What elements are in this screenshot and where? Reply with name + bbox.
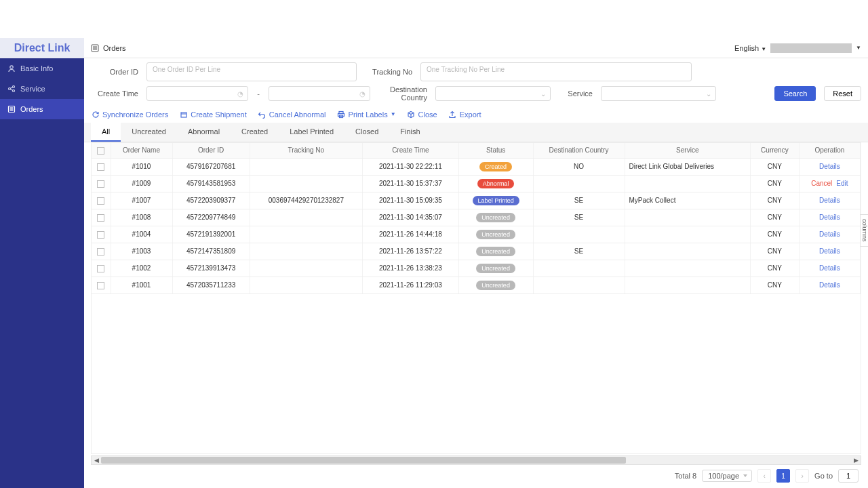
service-cell — [625, 226, 751, 243]
page-size-select[interactable]: 100/page — [702, 470, 752, 482]
checkbox[interactable] — [97, 248, 104, 256]
sidebar-item-basic-info[interactable]: Basic Info — [0, 58, 84, 79]
tracking-no-cell — [250, 209, 362, 226]
print-labels-action[interactable]: Print Labels ▼ — [337, 110, 396, 119]
checkbox[interactable] — [97, 163, 104, 171]
columns-toggle[interactable]: columns — [860, 214, 868, 247]
user-menu[interactable] — [770, 43, 852, 53]
checkbox[interactable] — [97, 231, 104, 239]
tab-uncreated[interactable]: Uncreated — [121, 123, 177, 142]
order-id-label: Order ID — [91, 68, 138, 76]
order-name-cell: #1010 — [111, 158, 172, 175]
checkbox[interactable] — [97, 147, 104, 155]
tab-closed[interactable]: Closed — [344, 123, 389, 142]
service-cell: MyPack Collect — [625, 192, 751, 209]
user-icon — [7, 64, 16, 73]
operation-cell: Details — [799, 243, 860, 260]
table-row: #100945791435819532021-11-30 15:37:37Abn… — [92, 175, 861, 192]
table-row: #100245721399134732021-11-26 13:38:23Unc… — [92, 260, 861, 277]
currency-cell: CNY — [751, 277, 800, 293]
status-badge: Uncreated — [476, 230, 515, 239]
svg-rect-14 — [181, 113, 186, 117]
destination-cell — [533, 260, 625, 277]
checkbox[interactable] — [97, 197, 104, 205]
prev-page[interactable]: ‹ — [757, 469, 771, 483]
tracking-no-cell — [250, 277, 362, 293]
row-checkbox-cell[interactable] — [92, 226, 111, 243]
horizontal-scrollbar[interactable]: ◀ ▶ — [91, 455, 861, 465]
breadcrumb: Orders — [91, 44, 126, 52]
sidebar: Direct Link Basic InfoServiceOrders — [0, 38, 84, 488]
list-icon — [7, 104, 16, 114]
checkbox[interactable] — [97, 214, 104, 222]
cancel-link[interactable]: Cancel — [811, 180, 832, 187]
destination-country-select[interactable]: ⌄ — [435, 86, 551, 101]
sidebar-item-service[interactable]: Service — [0, 79, 84, 99]
details-link[interactable]: Details — [819, 197, 840, 204]
service-cell — [625, 277, 751, 293]
tab-label-printed[interactable]: Label Printed — [279, 123, 344, 142]
reset-button[interactable]: Reset — [824, 86, 861, 101]
select-all-header[interactable] — [92, 143, 111, 158]
tab-finish[interactable]: Finish — [389, 123, 431, 142]
create-time-from[interactable]: ◔ — [146, 86, 248, 101]
details-link[interactable]: Details — [819, 230, 840, 238]
currency-cell: CNY — [751, 192, 800, 209]
service-select[interactable]: ⌄ — [601, 86, 716, 101]
status-cell: Uncreated — [458, 277, 533, 293]
row-checkbox-cell[interactable] — [92, 158, 111, 175]
details-link[interactable]: Details — [819, 214, 840, 221]
edit-link[interactable]: Edit — [836, 180, 848, 187]
checkbox[interactable] — [97, 265, 104, 272]
sidebar-item-label: Basic Info — [20, 64, 53, 73]
checkbox[interactable] — [97, 282, 104, 289]
status-cell: Abnormal — [458, 175, 533, 192]
synchronize-orders-action[interactable]: Synchronize Orders — [91, 110, 168, 119]
tab-abnormal[interactable]: Abnormal — [177, 123, 231, 142]
row-checkbox-cell[interactable] — [92, 192, 111, 209]
status-cell: Uncreated — [458, 243, 533, 260]
export-action[interactable]: Export — [448, 110, 481, 119]
table-row: #100745722039093770036974429270123282720… — [92, 192, 861, 209]
tab-created[interactable]: Created — [231, 123, 279, 142]
column-header: Destination Country — [533, 143, 625, 158]
status-badge: Uncreated — [476, 264, 515, 273]
table-row: #100445721913920012021-11-26 14:44:18Unc… — [92, 226, 861, 243]
row-checkbox-cell[interactable] — [92, 175, 111, 192]
page-1[interactable]: 1 — [776, 469, 790, 483]
details-link[interactable]: Details — [819, 264, 840, 272]
operation-cell: Details — [799, 260, 860, 277]
column-header: Status — [458, 143, 533, 158]
search-button[interactable]: Search — [774, 86, 816, 101]
create-time-to[interactable]: ◔ — [269, 86, 370, 101]
checkbox[interactable] — [97, 180, 104, 188]
scroll-right-icon[interactable]: ▶ — [851, 457, 861, 464]
cancel-abnormal-action[interactable]: Cancel Abnormal — [258, 110, 326, 119]
close-action[interactable]: Close — [407, 110, 437, 119]
scroll-left-icon[interactable]: ◀ — [92, 457, 101, 464]
service-cell — [625, 243, 751, 260]
row-checkbox-cell[interactable] — [92, 243, 111, 260]
create-shipment-action[interactable]: Create Shipment — [179, 110, 247, 119]
sidebar-item-orders[interactable]: Orders — [0, 99, 84, 119]
status-cell: Uncreated — [458, 209, 533, 226]
language-selector[interactable]: English ▼ — [734, 44, 766, 52]
goto-input[interactable] — [838, 469, 859, 483]
tracking-no-cell — [250, 175, 362, 192]
tracking-no-cell: 00369744292701232827 — [250, 192, 362, 209]
sidebar-item-label: Service — [20, 85, 45, 93]
details-link[interactable]: Details — [819, 163, 840, 170]
details-link[interactable]: Details — [819, 247, 840, 255]
row-checkbox-cell[interactable] — [92, 209, 111, 226]
tab-all[interactable]: All — [91, 123, 121, 142]
column-header: Order Name — [111, 143, 172, 158]
chevron-down-icon: ▼ — [391, 111, 396, 117]
row-checkbox-cell[interactable] — [92, 260, 111, 277]
order-id-input[interactable]: One Order ID Per Line — [146, 62, 357, 81]
details-link[interactable]: Details — [819, 281, 840, 289]
tracking-no-input[interactable]: One Tracking No Per Line — [420, 62, 692, 81]
column-header: Order ID — [172, 143, 250, 158]
row-checkbox-cell[interactable] — [92, 277, 111, 293]
order-id-cell: 4572147351809 — [172, 243, 250, 260]
next-page[interactable]: › — [795, 469, 809, 483]
